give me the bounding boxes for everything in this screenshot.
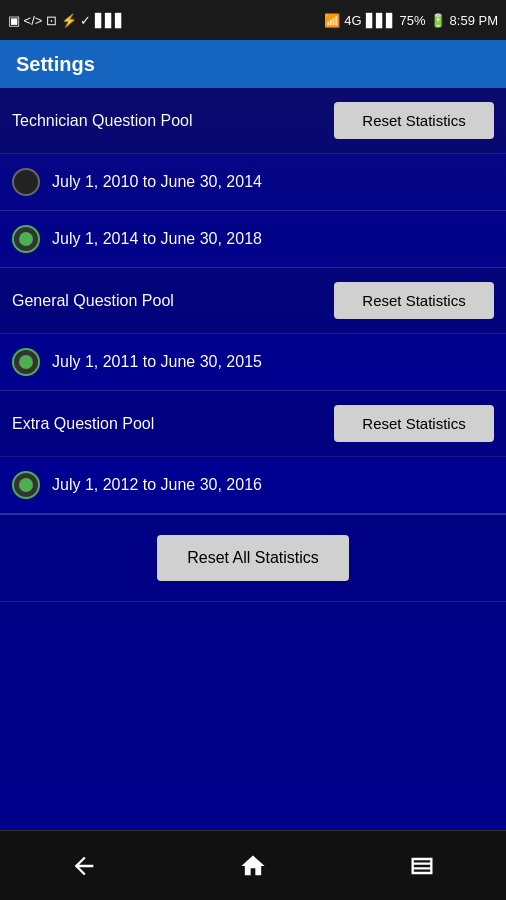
bottom-nav bbox=[0, 830, 506, 900]
network-type: 4G bbox=[344, 13, 361, 28]
extra-label: Extra Question Pool bbox=[12, 415, 154, 433]
extra-option-2012[interactable]: July 1, 2012 to June 30, 2016 bbox=[0, 457, 506, 514]
gen-2011-label: July 1, 2011 to June 30, 2015 bbox=[52, 353, 262, 371]
technician-section-header: Technician Question Pool Reset Statistic… bbox=[0, 88, 506, 154]
home-button[interactable] bbox=[219, 842, 287, 890]
radio-tech-2014[interactable] bbox=[12, 225, 40, 253]
wifi-icon: 📶 bbox=[324, 13, 340, 28]
tech-option-2014[interactable]: July 1, 2014 to June 30, 2018 bbox=[0, 211, 506, 268]
radio-gen-2011[interactable] bbox=[12, 348, 40, 376]
title-bar: Settings bbox=[0, 40, 506, 88]
battery-icon: 🔋 bbox=[430, 13, 446, 28]
tech-2014-label: July 1, 2014 to June 30, 2018 bbox=[52, 230, 262, 248]
general-label: General Question Pool bbox=[12, 292, 174, 310]
notification-icons: ▣ </> ⊡ ⚡ ✓ ▋▋▋ bbox=[8, 13, 125, 28]
time: 8:59 PM bbox=[450, 13, 498, 28]
home-icon bbox=[239, 852, 267, 880]
tech-2010-label: July 1, 2010 to June 30, 2014 bbox=[52, 173, 262, 191]
radio-extra-2012[interactable] bbox=[12, 471, 40, 499]
back-icon bbox=[70, 852, 98, 880]
status-bar-right: 📶 4G ▋▋▋ 75% 🔋 8:59 PM bbox=[324, 13, 498, 28]
general-reset-button[interactable]: Reset Statistics bbox=[334, 282, 494, 319]
extra-2012-label: July 1, 2012 to June 30, 2016 bbox=[52, 476, 262, 494]
back-button[interactable] bbox=[50, 842, 118, 890]
extra-section-header: Extra Question Pool Reset Statistics bbox=[0, 391, 506, 457]
reset-all-button[interactable]: Reset All Statistics bbox=[157, 535, 349, 581]
general-section-header: General Question Pool Reset Statistics bbox=[0, 268, 506, 334]
technician-reset-button[interactable]: Reset Statistics bbox=[334, 102, 494, 139]
tech-option-2010[interactable]: July 1, 2010 to June 30, 2014 bbox=[0, 154, 506, 211]
technician-label: Technician Question Pool bbox=[12, 112, 193, 130]
page-title: Settings bbox=[16, 53, 95, 76]
radio-tech-2010[interactable] bbox=[12, 168, 40, 196]
signal-bars: ▋▋▋ bbox=[366, 13, 396, 28]
battery-percent: 75% bbox=[400, 13, 426, 28]
status-bar-left: ▣ </> ⊡ ⚡ ✓ ▋▋▋ bbox=[8, 13, 125, 28]
status-bar: ▣ </> ⊡ ⚡ ✓ ▋▋▋ 📶 4G ▋▋▋ 75% 🔋 8:59 PM bbox=[0, 0, 506, 40]
main-content: Technician Question Pool Reset Statistic… bbox=[0, 88, 506, 830]
extra-reset-button[interactable]: Reset Statistics bbox=[334, 405, 494, 442]
recents-button[interactable] bbox=[388, 842, 456, 890]
recents-icon bbox=[408, 852, 436, 880]
reset-all-area: Reset All Statistics bbox=[0, 515, 506, 602]
gen-option-2011[interactable]: July 1, 2011 to June 30, 2015 bbox=[0, 334, 506, 391]
